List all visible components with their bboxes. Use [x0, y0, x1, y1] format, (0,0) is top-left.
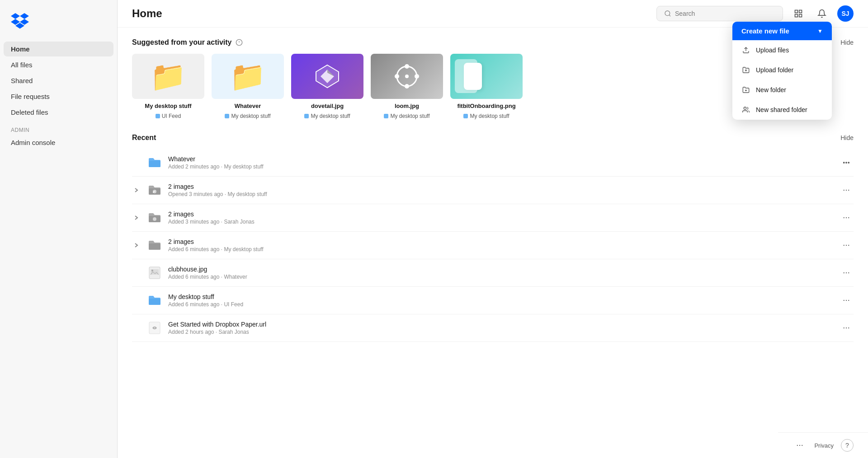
upload-files-item[interactable]: Upload files — [732, 40, 832, 60]
sidebar-logo — [0, 7, 117, 42]
recent-item-shared-icon-1 — [146, 182, 163, 198]
grid-view-button[interactable] — [790, 5, 807, 22]
shared-folder-icon-3 — [147, 238, 162, 252]
recent-item-more-button[interactable] — [839, 155, 854, 170]
suggested-item-dovetail[interactable]: dovetail.jpg My desktop stuff — [291, 54, 363, 119]
recent-item-more-button-4[interactable] — [839, 238, 854, 252]
svg-point-24 — [848, 190, 849, 191]
svg-point-27 — [844, 217, 844, 218]
sidebar-item-all-files[interactable]: All files — [4, 57, 113, 72]
upload-folder-svg-icon — [742, 66, 750, 74]
svg-point-49 — [799, 445, 800, 446]
new-shared-folder-item[interactable]: New shared folder — [732, 100, 832, 120]
svg-point-39 — [848, 272, 849, 273]
recent-item-info-2: 2 images Opened 3 minutes ago · My deskt… — [168, 183, 834, 197]
sidebar-item-home[interactable]: Home — [4, 42, 113, 56]
svg-point-26 — [153, 217, 156, 221]
more-icon-5 — [842, 269, 850, 277]
svg-point-0 — [665, 11, 670, 16]
suggested-item-fitbit[interactable]: fitbitOnboarding.png My desktop stuff — [450, 54, 523, 119]
recent-item-images-desktop[interactable]: 2 images Added 6 minutes ago · My deskto… — [132, 232, 854, 259]
privacy-link[interactable]: Privacy — [814, 442, 834, 449]
recent-title: Recent — [132, 134, 156, 142]
search-box[interactable] — [656, 6, 783, 21]
upload-folder-item[interactable]: Upload folder — [732, 60, 832, 80]
shared-folder-icon-2 — [147, 210, 162, 225]
recent-item-info-5: clubhouse.jpg Added 6 minutes ago · What… — [168, 266, 834, 280]
suggested-thumbnail-folder2: 📁 — [212, 54, 284, 99]
sidebar: Home All files Shared File requests Dele… — [0, 0, 118, 458]
recent-item-images-opened[interactable]: 2 images Opened 3 minutes ago · My deskt… — [132, 177, 854, 204]
folder-icon-2: 📁 — [230, 60, 266, 93]
dropbox-logo-icon — [11, 11, 29, 29]
suggested-thumbnail-loom — [371, 54, 443, 99]
new-folder-icon — [741, 85, 750, 94]
recent-item-shared-icon-2 — [146, 210, 163, 226]
chevron-right-icon-3 — [134, 243, 139, 248]
recent-item-dropbox-paper[interactable]: Get Started with Dropbox Paper.url Added… — [132, 314, 854, 342]
recent-item-clubhouse[interactable]: clubhouse.jpg Added 6 minutes ago · What… — [132, 259, 854, 287]
svg-line-1 — [669, 15, 670, 16]
folder-blue-icon — [147, 155, 162, 170]
more-icon — [842, 159, 850, 167]
folder-dot-icon-5 — [463, 114, 468, 118]
svg-point-46 — [846, 327, 847, 328]
search-icon — [664, 10, 671, 17]
recent-list: Whatever Added 2 minutes ago · My deskto… — [132, 149, 854, 342]
chevron-right-icon-2 — [134, 215, 139, 220]
recent-item-more-button-3[interactable] — [839, 210, 854, 225]
svg-point-37 — [844, 272, 844, 273]
recent-item-my-desktop-stuff[interactable]: My desktop stuff Added 6 minutes ago · U… — [132, 287, 854, 314]
fitbit-ui-bg — [455, 59, 477, 93]
svg-point-33 — [848, 245, 849, 246]
suggested-title: Suggested from your activity — [132, 38, 243, 47]
new-folder-svg-icon — [742, 86, 750, 93]
footer-more-icon — [796, 441, 804, 449]
suggested-thumbnail-folder: 📁 — [132, 54, 204, 99]
suggested-item-loom[interactable]: loom.jpg My desktop stuff — [371, 54, 443, 119]
more-icon-7 — [842, 324, 850, 332]
svg-rect-5 — [799, 14, 802, 17]
recent-item-whatever[interactable]: Whatever Added 2 minutes ago · My deskto… — [132, 149, 854, 177]
loom-logo-icon — [393, 63, 420, 90]
help-button[interactable]: ? — [841, 439, 854, 452]
avatar[interactable]: SJ — [837, 5, 854, 22]
recent-item-image-icon — [146, 265, 163, 281]
create-dropdown-header[interactable]: Create new file ▼ — [732, 22, 832, 40]
sidebar-item-shared[interactable]: Shared — [4, 73, 113, 88]
folder-dot-icon-3 — [304, 114, 309, 118]
footer-more-button[interactable] — [793, 438, 807, 453]
svg-point-17 — [844, 162, 844, 163]
recent-item-folder-icon-2 — [146, 292, 163, 308]
recent-item-more-button-2[interactable] — [839, 183, 854, 197]
new-shared-folder-svg-icon — [742, 106, 750, 113]
svg-point-15 — [405, 75, 409, 78]
sidebar-item-file-requests[interactable]: File requests — [4, 89, 113, 104]
notifications-button[interactable] — [814, 5, 830, 22]
expand-icon-3[interactable] — [132, 243, 141, 248]
svg-point-45 — [844, 327, 844, 328]
sidebar-item-deleted-files[interactable]: Deleted files — [4, 105, 113, 120]
sidebar-item-admin-console[interactable]: Admin console — [4, 135, 113, 150]
expand-icon-1[interactable] — [132, 187, 141, 193]
svg-point-43 — [848, 300, 849, 301]
recent-item-more-button-5[interactable] — [839, 266, 854, 280]
chevron-down-icon: ▼ — [817, 28, 823, 34]
dovetail-logo-icon — [314, 63, 341, 90]
new-shared-folder-icon — [741, 105, 750, 114]
recent-item-more-button-7[interactable] — [839, 321, 854, 335]
suggested-item-my-desktop-stuff[interactable]: 📁 My desktop stuff UI Feed — [132, 54, 204, 119]
search-input[interactable] — [675, 10, 775, 17]
svg-point-47 — [848, 327, 849, 328]
folder-dot-icon-4 — [384, 114, 388, 118]
recent-item-images-sarah[interactable]: 2 images Added 3 minutes ago · Sarah Jon… — [132, 204, 854, 232]
svg-rect-16 — [149, 161, 160, 167]
chevron-right-icon — [134, 187, 139, 193]
suggested-hide-button[interactable]: Hide — [840, 39, 854, 46]
recent-item-more-button-6[interactable] — [839, 293, 854, 308]
suggested-item-whatever[interactable]: 📁 Whatever My desktop stuff — [212, 54, 284, 119]
svg-point-32 — [846, 245, 847, 246]
recent-hide-button[interactable]: Hide — [840, 134, 854, 141]
expand-icon-2[interactable] — [132, 215, 141, 220]
new-folder-item[interactable]: New folder — [732, 80, 832, 100]
